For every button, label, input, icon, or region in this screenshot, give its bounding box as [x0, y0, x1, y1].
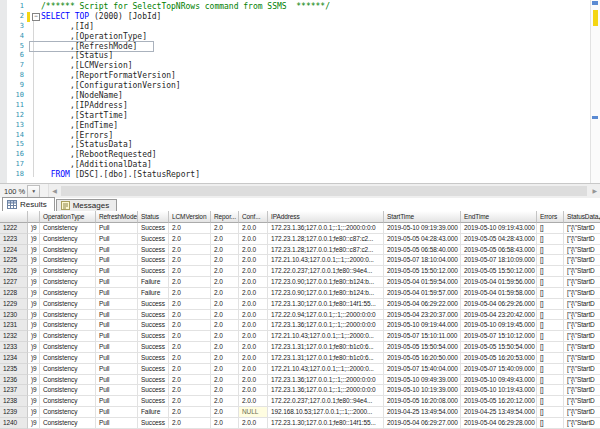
grid-cell[interactable]: 2.0: [169, 385, 211, 396]
grid-cell[interactable]: []: [537, 396, 564, 407]
grid-cell[interactable]: Consistency: [40, 223, 96, 234]
grid-cell[interactable]: 172.23.1.31;127.0.0.1;fe80::b1c0:6...: [268, 342, 384, 353]
grid-cell[interactable]: 2.0.0: [239, 396, 268, 407]
column-header[interactable]: [28, 211, 40, 223]
grid-cell[interactable]: 172.23.1.36;127.0.0.1;::1;::2000:0:0:0: [268, 375, 384, 386]
grid-cell[interactable]: []: [537, 234, 564, 245]
grid-cell[interactable]: 2.0: [211, 331, 239, 342]
grid-cell[interactable]: 2.0.0: [239, 245, 268, 256]
grid-cell[interactable]: Consistency: [40, 385, 96, 396]
grid-cell[interactable]: 2.0: [211, 385, 239, 396]
grid-cell[interactable]: 2.0: [169, 418, 211, 429]
grid-cell[interactable]: 2019-05-05 04:28:43.000: [461, 234, 537, 245]
grid-cell[interactable]: )9: [28, 234, 40, 245]
grid-cell[interactable]: 172.23.1.28;127.0.0.1;fe80::c87:c2...: [268, 234, 384, 245]
grid-cell[interactable]: 2.0: [169, 245, 211, 256]
grid-cell[interactable]: 2.0: [169, 342, 211, 353]
grid-cell[interactable]: 2.0: [169, 223, 211, 234]
grid-cell[interactable]: Pull: [96, 310, 138, 321]
grid-cell[interactable]: 2.0: [169, 288, 211, 299]
grid-cell[interactable]: 2.0.0: [239, 331, 268, 342]
column-header[interactable]: Errors: [537, 211, 564, 223]
grid-cell[interactable]: 172.23.1.28;127.0.0.1;fe80::c87:c2...: [268, 245, 384, 256]
grid-cell[interactable]: Success: [138, 396, 169, 407]
grid-cell[interactable]: )9: [28, 223, 40, 234]
grid-cell[interactable]: 2019-05-07 15:40:09.000: [461, 364, 537, 375]
grid-cell[interactable]: 2.0.0: [239, 223, 268, 234]
grid-cell[interactable]: 2019-05-04 01:59:54.000: [384, 277, 461, 288]
sql-editor[interactable]: 1/****** Script for SelectTopNRows comma…: [0, 0, 600, 184]
grid-cell[interactable]: ["{\"StartD: [564, 234, 600, 245]
grid-cell[interactable]: )9: [28, 375, 40, 386]
grid-cell[interactable]: []: [537, 245, 564, 256]
row-header[interactable]: 1224: [0, 245, 28, 256]
column-header[interactable]: RefreshMode: [96, 211, 138, 223]
grid-cell[interactable]: Consistency: [40, 234, 96, 245]
grid-cell[interactable]: 2.0: [169, 299, 211, 310]
grid-cell[interactable]: )9: [28, 266, 40, 277]
grid-cell[interactable]: 172.23.0.90;127.0.0.1;fe80::b124:b...: [268, 288, 384, 299]
collapse-minus-icon[interactable]: −: [32, 13, 40, 21]
grid-cell[interactable]: 2019-05-07 15:40:04.000: [384, 364, 461, 375]
grid-cell[interactable]: Pull: [96, 266, 138, 277]
grid-cell[interactable]: 172.21.10.43;127.0.0.1;::1;::2000:0...: [268, 255, 384, 266]
grid-cell[interactable]: Success: [138, 320, 169, 331]
grid-cell[interactable]: 2.0: [211, 407, 239, 418]
grid-cell[interactable]: Success: [138, 385, 169, 396]
grid-cell[interactable]: )9: [28, 353, 40, 364]
grid-cell[interactable]: 2.0.0: [239, 364, 268, 375]
grid-cell[interactable]: 172.23.1.30;127.0.0.1;fe80::14f1:55...: [268, 299, 384, 310]
grid-cell[interactable]: 2019-05-10 09:19:43.000: [461, 223, 537, 234]
grid-cell[interactable]: []: [537, 418, 564, 429]
grid-cell[interactable]: 172.22.0.237;127.0.0.1;fe80::94e4...: [268, 266, 384, 277]
grid-cell[interactable]: []: [537, 342, 564, 353]
grid-cell[interactable]: 2.0: [169, 277, 211, 288]
grid-cell[interactable]: Consistency: [40, 288, 96, 299]
grid-cell[interactable]: 2019-05-05 15:50:54.000: [384, 342, 461, 353]
grid-cell[interactable]: ["{\"StartD: [564, 407, 600, 418]
grid-cell[interactable]: Success: [138, 364, 169, 375]
grid-cell[interactable]: 2.0.0: [239, 342, 268, 353]
horizontal-scrollbar-thumb[interactable]: [61, 186, 587, 196]
grid-cell[interactable]: Success: [138, 331, 169, 342]
grid-cell[interactable]: 172.22.0.94;127.0.0.1;::1;::2000:0:0:0: [268, 310, 384, 321]
grid-cell[interactable]: Failure: [138, 407, 169, 418]
grid-cell[interactable]: 2.0.0: [239, 255, 268, 266]
grid-cell[interactable]: 2.0: [211, 320, 239, 331]
grid-cell[interactable]: 2.0.0: [239, 310, 268, 321]
scroll-right-icon[interactable]: ▶: [592, 188, 597, 195]
editor-vertical-scrollbar[interactable]: [590, 0, 600, 183]
grid-cell[interactable]: Success: [138, 223, 169, 234]
grid-cell[interactable]: Pull: [96, 396, 138, 407]
grid-cell[interactable]: )9: [28, 396, 40, 407]
grid-cell[interactable]: 2.0: [169, 331, 211, 342]
grid-cell[interactable]: Consistency: [40, 342, 96, 353]
grid-cell[interactable]: 2.0.0: [239, 385, 268, 396]
grid-cell[interactable]: 172.21.10.43;127.0.0.1;::1;::2000:0...: [268, 364, 384, 375]
row-header[interactable]: 1232: [0, 331, 28, 342]
row-header[interactable]: 1223: [0, 234, 28, 245]
grid-cell[interactable]: 2.0.0: [239, 375, 268, 386]
grid-cell[interactable]: 2019-05-05 15:50:12.000: [461, 266, 537, 277]
grid-cell[interactable]: []: [537, 299, 564, 310]
grid-cell[interactable]: Pull: [96, 255, 138, 266]
grid-cell[interactable]: 2019-05-07 18:10:09.000: [461, 255, 537, 266]
grid-cell[interactable]: Consistency: [40, 266, 96, 277]
grid-cell[interactable]: )9: [28, 245, 40, 256]
grid-cell[interactable]: 2.0: [211, 418, 239, 429]
grid-cell[interactable]: 2019-05-04 23:20:42.000: [461, 310, 537, 321]
grid-cell[interactable]: Consistency: [40, 418, 96, 429]
grid-cell[interactable]: 2.0: [211, 234, 239, 245]
grid-cell[interactable]: []: [537, 364, 564, 375]
grid-cell[interactable]: 2019-05-10 09:19:44.000: [384, 320, 461, 331]
grid-cell[interactable]: )9: [28, 364, 40, 375]
grid-cell[interactable]: ["{\"StartD: [564, 266, 600, 277]
grid-cell[interactable]: Consistency: [40, 353, 96, 364]
grid-cell[interactable]: 2.0: [211, 396, 239, 407]
grid-cell[interactable]: []: [537, 353, 564, 364]
grid-cell[interactable]: ["{\"StartD: [564, 331, 600, 342]
grid-cell[interactable]: )9: [28, 407, 40, 418]
column-header[interactable]: [0, 211, 28, 223]
grid-cell[interactable]: 2019-05-05 15:50:54.000: [461, 342, 537, 353]
grid-cell[interactable]: Success: [138, 353, 169, 364]
